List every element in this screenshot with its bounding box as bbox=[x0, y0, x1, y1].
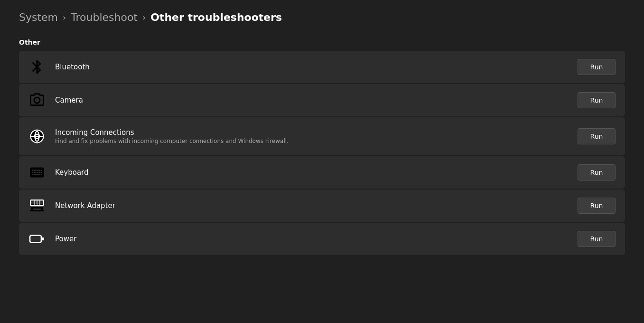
item-text-camera: Camera bbox=[55, 96, 83, 104]
run-button-network-adapter[interactable]: Run bbox=[578, 198, 616, 214]
troubleshooter-list: Bluetooth Run Camera Run bbox=[19, 51, 625, 255]
item-title-network-adapter: Network Adapter bbox=[55, 201, 115, 210]
troubleshooter-item-network-adapter: Network Adapter Run bbox=[19, 190, 625, 222]
item-text-keyboard: Keyboard bbox=[55, 168, 89, 177]
item-text-power: Power bbox=[55, 235, 76, 243]
item-text-network-adapter: Network Adapter bbox=[55, 201, 115, 210]
network-adapter-icon bbox=[28, 197, 46, 214]
run-button-keyboard[interactable]: Run bbox=[578, 164, 616, 180]
run-button-camera[interactable]: Run bbox=[578, 92, 616, 108]
breadcrumb-separator-2: › bbox=[142, 12, 146, 22]
connections-icon bbox=[28, 128, 46, 145]
item-left-power: Power bbox=[28, 230, 76, 247]
troubleshooter-item-incoming-connections: Incoming Connections Find and fix proble… bbox=[19, 117, 625, 155]
item-left-incoming-connections: Incoming Connections Find and fix proble… bbox=[28, 128, 289, 145]
run-button-incoming-connections[interactable]: Run bbox=[578, 128, 616, 144]
keyboard-icon bbox=[28, 164, 46, 181]
bluetooth-icon bbox=[28, 58, 46, 76]
item-left-camera: Camera bbox=[28, 92, 83, 109]
run-button-power[interactable]: Run bbox=[578, 231, 616, 247]
item-text-incoming-connections: Incoming Connections Find and fix proble… bbox=[55, 128, 289, 144]
breadcrumb-current: Other troubleshooters bbox=[150, 11, 282, 23]
item-left-network-adapter: Network Adapter bbox=[28, 197, 115, 214]
item-text-bluetooth: Bluetooth bbox=[55, 63, 90, 71]
breadcrumb-system[interactable]: System bbox=[19, 11, 58, 23]
breadcrumb: System › Troubleshoot › Other troublesho… bbox=[19, 11, 625, 23]
breadcrumb-separator-1: › bbox=[63, 12, 66, 22]
item-title-power: Power bbox=[55, 235, 76, 243]
svg-rect-7 bbox=[30, 236, 41, 243]
item-title-bluetooth: Bluetooth bbox=[55, 63, 90, 71]
troubleshooter-item-camera: Camera Run bbox=[19, 84, 625, 116]
breadcrumb-troubleshoot[interactable]: Troubleshoot bbox=[71, 11, 138, 23]
item-left-bluetooth: Bluetooth bbox=[28, 58, 90, 76]
run-button-bluetooth[interactable]: Run bbox=[578, 59, 616, 75]
camera-icon bbox=[28, 92, 46, 109]
item-title-keyboard: Keyboard bbox=[55, 168, 89, 177]
item-left-keyboard: Keyboard bbox=[28, 164, 89, 181]
item-title-camera: Camera bbox=[55, 96, 83, 104]
power-icon bbox=[28, 230, 46, 247]
troubleshooter-item-bluetooth: Bluetooth Run bbox=[19, 51, 625, 83]
item-title-incoming-connections: Incoming Connections bbox=[55, 128, 289, 137]
section-label: Other bbox=[19, 38, 625, 46]
troubleshooter-item-power: Power Run bbox=[19, 223, 625, 255]
item-description-incoming-connections: Find and fix problems with incoming comp… bbox=[55, 138, 289, 144]
svg-rect-8 bbox=[41, 238, 44, 240]
troubleshooter-item-keyboard: Keyboard Run bbox=[19, 156, 625, 189]
